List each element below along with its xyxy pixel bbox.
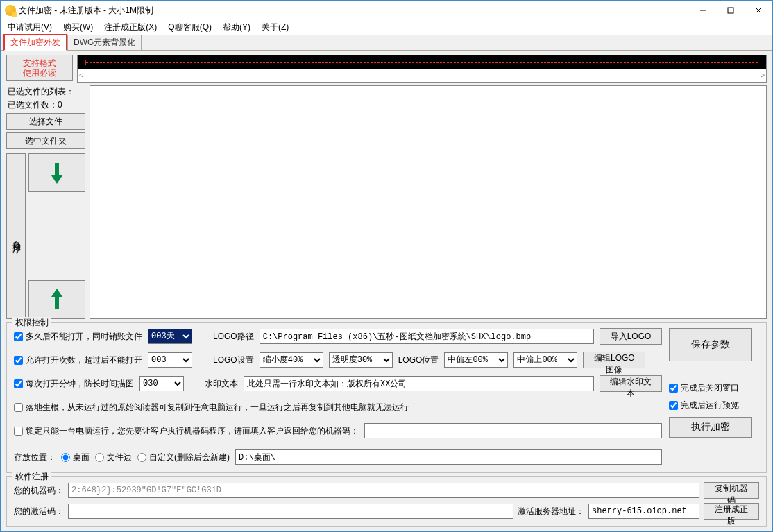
location-custom-radio[interactable]: 自定义(删除后会新建) (137, 452, 230, 463)
menu-trial[interactable]: 申请试用(V) (3, 20, 56, 35)
server-address-input[interactable] (588, 504, 699, 519)
edit-watermark-button[interactable]: 编辑水印文本 (600, 375, 662, 392)
machine-code-label: 您的机器码： (14, 485, 64, 497)
location-desktop-radio[interactable]: 桌面 (61, 452, 90, 463)
menu-help[interactable]: 帮助(Y) (219, 20, 255, 35)
save-params-button[interactable]: 保存参数 (669, 328, 752, 361)
logo-pos-v-select[interactable]: 中偏上00% (513, 352, 577, 368)
custom-location-input[interactable] (235, 449, 662, 465)
minimize-button[interactable] (689, 1, 717, 20)
marquee: + + < > (77, 55, 767, 83)
import-logo-button[interactable]: 导入LOGO (600, 328, 662, 345)
menu-buy[interactable]: 购买(W) (59, 20, 97, 35)
tabbar: 文件加密外发 DWG元素背景化 (1, 35, 772, 51)
execute-encrypt-button[interactable]: 执行加密 (669, 417, 752, 438)
save-location-label: 存放位置： (14, 452, 56, 463)
scroll-left-icon[interactable]: < (79, 71, 83, 79)
auto-sort-button[interactable]: 自动排序 (6, 153, 26, 319)
open-minutes-checkbox[interactable]: 每次打开分钟，防长时间描图 (14, 378, 134, 390)
software-register-group: 软件注册 您的机器码： 复制机器码 您的激活码： 激活服务器地址： 注册成正版 (6, 476, 767, 527)
logo-path-label: LOGO路径 (213, 331, 254, 343)
menu-about[interactable]: 关于(Z) (257, 20, 293, 35)
close-button[interactable] (745, 1, 772, 20)
titlebar: 文件加密 - 未注册版本 - 大小1M限制 (1, 1, 772, 20)
logo-scale-select[interactable]: 缩小度40% (260, 352, 323, 368)
edit-logo-button[interactable]: 编辑LOGO图像 (583, 352, 645, 368)
menu-qchat[interactable]: Q聊客服(Q) (164, 20, 216, 35)
watermark-input[interactable] (244, 376, 594, 391)
machine-code-input[interactable] (364, 423, 662, 438)
close-after-checkbox[interactable]: 完成后关闭窗口 (669, 382, 759, 394)
menubar: 申请试用(V) 购买(W) 注册成正版(X) Q聊客服(Q) 帮助(Y) 关于(… (1, 20, 772, 35)
file-list-label: 已选文件的列表： (6, 85, 85, 98)
register-official-button[interactable]: 注册成正版 (704, 503, 759, 520)
logo-position-label: LOGO位置 (398, 354, 439, 366)
expire-destroy-checkbox[interactable]: 多久后不能打开，同时销毁文件 (14, 331, 142, 343)
select-file-button[interactable]: 选择文件 (6, 113, 85, 130)
logo-settings-label: LOGO设置 (213, 354, 254, 366)
logo-path-input[interactable] (260, 329, 594, 344)
permission-control-group: 权限控制 多久后不能打开，同时销毁文件 003天 LOGO路径 导入LOGO 允… (6, 322, 767, 473)
copy-machine-code-button[interactable]: 复制机器码 (704, 482, 759, 499)
machine-code-display[interactable] (68, 483, 699, 498)
supported-formats-button[interactable]: 支持格式 使用必读 (6, 55, 73, 81)
logo-pos-h-select[interactable]: 中偏左00% (444, 352, 508, 368)
logo-opacity-select[interactable]: 透明度30% (329, 352, 393, 368)
tab-dwg-bg[interactable]: DWG元素背景化 (67, 35, 142, 50)
svg-marker-5 (51, 289, 62, 309)
file-list[interactable] (90, 85, 767, 319)
location-fileside-radio[interactable]: 文件边 (95, 452, 132, 463)
activation-code-label: 您的激活码： (14, 506, 64, 517)
open-count-checkbox[interactable]: 允许打开次数，超过后不能打开 (14, 354, 142, 366)
move-up-button[interactable] (28, 280, 85, 319)
activation-code-input[interactable] (68, 504, 513, 519)
svg-marker-4 (51, 163, 62, 184)
preview-after-checkbox[interactable]: 完成后运行预览 (669, 400, 759, 411)
scroll-right-icon[interactable]: > (761, 71, 765, 79)
open-minutes-select[interactable]: 030 (139, 376, 184, 391)
svg-rect-1 (728, 8, 733, 13)
menu-register[interactable]: 注册成正版(X) (100, 20, 161, 35)
single-pc-lock-checkbox[interactable]: 锁定只能一台电脑运行，您先要让客户执行机器码程序，进而填入客户返回给您的机器码： (14, 425, 359, 437)
expire-days-select[interactable]: 003天 (148, 329, 192, 344)
file-count-label: 已选文件数：0 (6, 98, 85, 112)
server-address-label: 激活服务器地址： (518, 506, 584, 517)
open-count-select[interactable]: 003 (148, 352, 192, 368)
app-icon (5, 5, 16, 16)
tab-encrypt-send[interactable]: 文件加密外发 (3, 34, 67, 51)
window-title: 文件加密 - 未注册版本 - 大小1M限制 (19, 5, 689, 17)
maximize-button[interactable] (717, 1, 745, 20)
watermark-label: 水印文本 (205, 378, 238, 390)
root-lock-checkbox[interactable]: 落地生根，从未运行过的原始阅读器可复制到任意电脑运行，一旦运行之后再复制到其他电… (14, 402, 409, 413)
move-down-button[interactable] (28, 153, 85, 192)
select-folder-button[interactable]: 选中文件夹 (6, 132, 85, 149)
